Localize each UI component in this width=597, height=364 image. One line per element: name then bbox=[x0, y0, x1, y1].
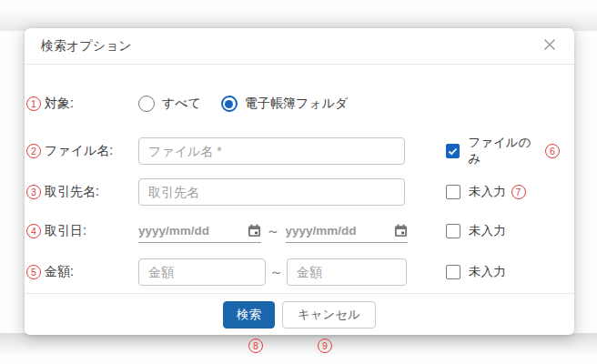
partner-empty-label: 未入力 bbox=[469, 184, 506, 200]
dialog-body: 1 対象: すべて 電子帳簿フォルダ 2 ファイル名: bbox=[25, 65, 574, 293]
calendar-icon[interactable] bbox=[248, 224, 261, 238]
cancel-button[interactable]: キャンセル bbox=[282, 301, 376, 329]
annotation-8: 8 bbox=[248, 339, 263, 353]
check-icon bbox=[448, 147, 458, 157]
amount-to-input[interactable] bbox=[287, 258, 407, 286]
radio-icon-eledger-folder bbox=[221, 96, 238, 112]
partner-name-label: 取引先名: bbox=[45, 184, 138, 200]
search-options-dialog: 検索オプション 1 対象: すべて 電子帳簿フォルダ bbox=[25, 28, 574, 335]
target-radio-group: すべて 電子帳簿フォルダ bbox=[138, 96, 408, 112]
radio-option-eledger-folder[interactable]: 電子帳簿フォルダ bbox=[221, 96, 348, 112]
search-button[interactable]: 検索 bbox=[223, 301, 275, 329]
date-empty-checkbox[interactable] bbox=[446, 224, 460, 238]
partner-name-input[interactable] bbox=[138, 178, 405, 206]
backdrop-shadow-bottom bbox=[0, 333, 597, 357]
row-target: 1 対象: すべて 電子帳簿フォルダ bbox=[26, 90, 560, 117]
annotation-9: 9 bbox=[318, 339, 332, 353]
file-name-label: ファイル名: bbox=[45, 143, 138, 159]
file-only-label: ファイルのみ bbox=[468, 135, 540, 167]
amount-range-separator: ～ bbox=[269, 264, 283, 281]
radio-option-all[interactable]: すべて bbox=[138, 96, 201, 112]
amount-empty-label: 未入力 bbox=[469, 264, 506, 280]
close-button[interactable] bbox=[540, 36, 560, 56]
partner-name-control bbox=[138, 178, 408, 206]
file-name-control bbox=[138, 137, 408, 165]
date-range-separator: ～ bbox=[267, 223, 280, 240]
row-amount: 5 金額: ～ 未入力 bbox=[26, 258, 560, 286]
dialog-header: 検索オプション bbox=[25, 28, 574, 65]
target-label: 対象: bbox=[45, 96, 138, 112]
row-file-name: 2 ファイル名: ファイルのみ 6 bbox=[26, 137, 560, 165]
amount-label: 金額: bbox=[45, 264, 138, 280]
date-to-field bbox=[286, 219, 409, 243]
radio-label-all: すべて bbox=[162, 96, 201, 112]
date-empty-check-row: 未入力 bbox=[446, 223, 506, 239]
annotation-2: 2 bbox=[26, 144, 41, 158]
annotation-1: 1 bbox=[26, 96, 41, 111]
dialog-title: 検索オプション bbox=[41, 38, 132, 55]
row-transaction-date: 4 取引日: ～ 未入力 bbox=[26, 217, 560, 245]
date-empty-label: 未入力 bbox=[469, 223, 506, 239]
annotation-5: 5 bbox=[26, 265, 41, 279]
annotation-4: 4 bbox=[26, 224, 41, 238]
annotation-3: 3 bbox=[26, 185, 41, 199]
file-name-input[interactable] bbox=[138, 137, 405, 165]
amount-empty-checkbox[interactable] bbox=[446, 265, 460, 279]
file-only-checkbox[interactable] bbox=[446, 144, 460, 158]
row-partner-name: 3 取引先名: 未入力 7 bbox=[26, 178, 560, 206]
radio-label-eledger-folder: 電子帳簿フォルダ bbox=[245, 96, 348, 112]
date-from-input[interactable] bbox=[138, 224, 237, 238]
amount-control: ～ bbox=[138, 258, 408, 286]
date-to-input[interactable] bbox=[286, 224, 384, 238]
partner-empty-check-row: 未入力 7 bbox=[446, 184, 526, 200]
amount-empty-check-row: 未入力 bbox=[446, 264, 506, 280]
partner-empty-checkbox[interactable] bbox=[446, 185, 460, 199]
file-only-check-row: ファイルのみ 6 bbox=[446, 135, 560, 167]
amount-from-input[interactable] bbox=[138, 258, 266, 286]
dialog-footer: 検索 キャンセル bbox=[25, 293, 574, 335]
annotation-6: 6 bbox=[545, 144, 560, 158]
date-from-field bbox=[138, 219, 261, 243]
annotation-7: 7 bbox=[511, 185, 526, 199]
transaction-date-label: 取引日: bbox=[45, 223, 138, 239]
calendar-icon[interactable] bbox=[394, 224, 408, 238]
transaction-date-control: ～ bbox=[138, 219, 408, 243]
radio-icon-all bbox=[138, 96, 155, 112]
close-icon bbox=[543, 38, 556, 54]
